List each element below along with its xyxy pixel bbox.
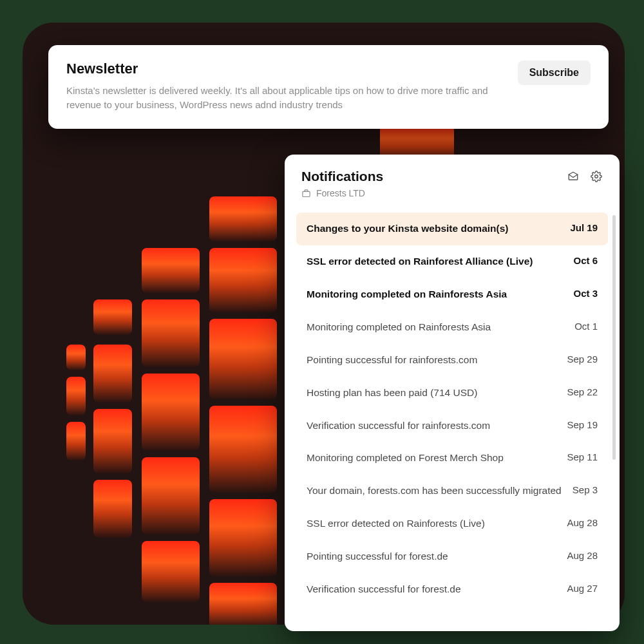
notification-title: SSL error detected on Rainforest Allianc…: [307, 255, 563, 269]
notification-title: Pointing successful for rainforests.com: [307, 354, 556, 367]
notification-item[interactable]: Monitoring completed on Forest Merch Sho…: [296, 442, 608, 475]
notification-date: Sep 22: [567, 386, 598, 397]
notification-title: Pointing successful for forest.de: [307, 550, 556, 564]
notification-date: Aug 27: [567, 583, 598, 594]
notification-title: Monitoring completed on Rainforests Asia: [307, 288, 563, 301]
newsletter-card: Newsletter Kinsta's newsletter is delive…: [48, 45, 609, 129]
notification-date: Oct 3: [573, 288, 598, 299]
notification-date: Jul 19: [570, 222, 598, 233]
subscribe-button[interactable]: Subscribe: [518, 61, 591, 85]
notifications-panel: Notifications Forests LTD: [285, 155, 620, 631]
notification-item[interactable]: SSL error detected on Rainforest Allianc…: [296, 245, 608, 278]
notification-item[interactable]: Hosting plan has been paid (714 USD)Sep …: [296, 377, 608, 410]
notification-item[interactable]: Your domain, forests.com has been succes…: [296, 475, 608, 507]
notification-date: Sep 29: [567, 354, 598, 365]
notifications-list: Changes to your Kinsta website domain(s)…: [285, 206, 620, 631]
notification-date: Aug 28: [567, 517, 598, 528]
notification-item[interactable]: Pointing successful for forest.deAug 28: [296, 540, 608, 573]
notification-title: SSL error detected on Rainforests (Live): [307, 517, 556, 531]
briefcase-icon: [301, 189, 311, 198]
svg-point-0: [595, 175, 598, 178]
gear-icon[interactable]: [590, 170, 603, 183]
newsletter-title: Newsletter: [66, 61, 505, 77]
notification-title: Your domain, forests.com has been succes…: [307, 484, 562, 498]
notification-item[interactable]: Pointing successful for rainforests.comS…: [296, 344, 608, 377]
notification-item[interactable]: Monitoring completed on Rainforests Asia…: [296, 278, 608, 311]
notification-title: Monitoring completed on Forest Merch Sho…: [307, 451, 556, 465]
notification-date: Sep 3: [573, 484, 598, 495]
notification-item[interactable]: Verification successful for rainforests.…: [296, 410, 608, 442]
notification-title: Changes to your Kinsta website domain(s): [307, 222, 560, 236]
notification-date: Aug 28: [567, 550, 598, 561]
notification-date: Oct 1: [574, 321, 598, 332]
notification-item[interactable]: Monitoring completed on Rainforests Asia…: [296, 311, 608, 344]
notification-title: Hosting plan has been paid (714 USD): [307, 386, 556, 400]
newsletter-description: Kinsta's newsletter is delivered weekly.…: [66, 84, 491, 112]
notification-item[interactable]: SSL error detected on Rainforests (Live)…: [296, 507, 608, 540]
notification-item[interactable]: Verification successful for forest.deAug…: [296, 573, 608, 606]
org-label: Forests LTD: [301, 188, 603, 198]
notification-date: Sep 19: [567, 419, 598, 430]
notification-title: Verification successful for forest.de: [307, 583, 556, 596]
notification-title: Verification successful for rainforests.…: [307, 419, 556, 433]
org-name: Forests LTD: [316, 188, 365, 198]
notification-date: Oct 6: [573, 255, 598, 266]
svg-rect-1: [303, 191, 310, 196]
mail-icon[interactable]: [567, 170, 580, 183]
notification-item[interactable]: Changes to your Kinsta website domain(s)…: [296, 213, 608, 245]
notifications-title: Notifications: [301, 169, 567, 184]
notification-date: Sep 11: [567, 451, 598, 462]
notification-title: Monitoring completed on Rainforests Asia: [307, 321, 564, 334]
